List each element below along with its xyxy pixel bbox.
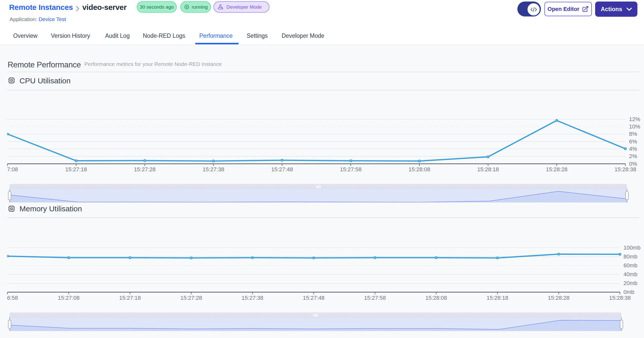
svg-text:7:08: 7:08 [7,166,18,173]
svg-text:15:27:18: 15:27:18 [65,166,87,173]
svg-text:2%: 2% [629,153,637,159]
svg-text:15:28:28: 15:28:28 [546,166,568,173]
svg-text:15:27:18: 15:27:18 [119,295,141,301]
svg-text:10%: 10% [629,123,640,130]
svg-text:15:27:58: 15:27:58 [340,166,362,173]
svg-text:100mb: 100mb [623,245,640,251]
svg-text:15:27:28: 15:27:28 [180,295,202,301]
svg-text:4%: 4% [629,146,637,152]
svg-text:15:27:28: 15:27:28 [134,166,156,173]
svg-text:15:28:08: 15:28:08 [408,166,430,173]
svg-text:12%: 12% [629,116,640,122]
svg-text:60mb: 60mb [623,262,637,269]
svg-text:15:28:18: 15:28:18 [477,166,499,173]
svg-text:15:27:48: 15:27:48 [271,166,293,173]
svg-text:15:27:48: 15:27:48 [303,295,325,301]
svg-text:20mb: 20mb [623,280,637,286]
svg-text:15:28:08: 15:28:08 [425,295,447,301]
svg-text:15:28:38: 15:28:38 [615,166,636,173]
svg-text:6%: 6% [629,138,637,145]
svg-text:80mb: 80mb [623,253,637,260]
svg-text:0mb: 0mb [623,289,634,295]
svg-text:15:28:38: 15:28:38 [609,295,631,301]
svg-text:40mb: 40mb [623,271,637,277]
svg-text:15:28:18: 15:28:18 [486,295,508,301]
svg-text:15:27:38: 15:27:38 [203,166,224,173]
svg-text:15:27:08: 15:27:08 [58,295,80,301]
svg-text:6:58: 6:58 [7,295,18,301]
svg-text:15:28:28: 15:28:28 [548,295,570,301]
svg-text:8%: 8% [629,131,637,137]
svg-text:15:27:38: 15:27:38 [242,295,263,301]
svg-text:15:27:58: 15:27:58 [364,295,386,301]
